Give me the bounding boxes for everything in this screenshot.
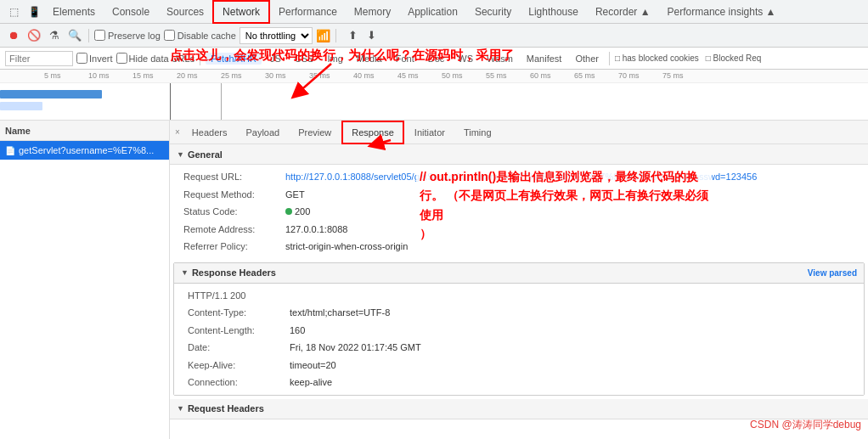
disable-cache-checkbox[interactable] [164, 30, 175, 41]
hide-data-urls-checkbox[interactable] [116, 53, 127, 64]
timeline-marker-2 [221, 83, 222, 121]
record-button[interactable]: ⏺ [5, 27, 22, 44]
filter-font[interactable]: Font [391, 53, 420, 65]
filter-manifest[interactable]: Manifest [521, 53, 567, 65]
tab-lighthouse[interactable]: Lighthouse [520, 0, 587, 24]
sub-tab-headers[interactable]: Headers [183, 121, 236, 144]
ruler-tick: 75 ms [662, 71, 684, 80]
request-method-label: Request Method: [183, 188, 285, 202]
filter-input[interactable] [5, 51, 73, 66]
response-header-name: Date: [188, 341, 290, 355]
response-header-name: Connection: [188, 375, 290, 390]
filter-separator-2 [609, 52, 610, 65]
remote-address-row: Remote Address: 127.0.0.1:8088 [183, 221, 861, 239]
tab-console[interactable]: Console [104, 0, 158, 24]
ruler-tick: 70 ms [618, 71, 640, 80]
tab-memory[interactable]: Memory [346, 0, 399, 24]
filter-icon-button[interactable]: ⚗ [46, 27, 63, 44]
response-header-row: Date:Fri, 18 Nov 2022 01:17:45 GMT [188, 339, 857, 357]
detail-content: ▼ General Request URL: http://127.0.0.1:… [170, 144, 868, 439]
response-header-row: HTTP/1.1 200 [188, 287, 857, 305]
referrer-policy-row: Referrer Policy: strict-origin-when-cros… [183, 238, 861, 256]
tab-sources[interactable]: Sources [158, 0, 212, 24]
tab-application[interactable]: Application [399, 0, 466, 24]
general-section-header[interactable]: ▼ General [170, 144, 868, 165]
search-button[interactable]: 🔍 [66, 27, 83, 44]
request-url-value: http://127.0.0.1:8088/servlet05/getServl… [285, 170, 757, 184]
disable-cache-label[interactable]: Disable cache [164, 30, 236, 41]
view-parsed-link[interactable]: View parsed [808, 268, 857, 278]
filter-doc[interactable]: Doc [423, 53, 450, 65]
ruler-tick: 25 ms [221, 71, 242, 80]
download-button[interactable]: ⬇ [364, 27, 380, 44]
ruler-tick: 20 ms [177, 71, 198, 80]
referrer-policy-value: strict-origin-when-cross-origin [285, 239, 408, 254]
tab-perf-insights[interactable]: Performance insights ▲ [659, 0, 785, 24]
tab-network[interactable]: Network [212, 0, 270, 24]
filter-fetch-xhr[interactable]: Fetch/XHR [206, 53, 262, 65]
clear-button[interactable]: 🚫 [25, 27, 42, 44]
filter-js[interactable]: JS [265, 53, 286, 65]
main-panel: Name 📄 getServlet?username=%E7%8... × He… [0, 121, 868, 439]
request-headers-header[interactable]: ▼ Request Headers [170, 399, 868, 419]
blocked-req-label: □ Blocked Req [706, 53, 762, 63]
general-section: ▼ General Request URL: http://127.0.0.1:… [170, 144, 868, 259]
sub-tab-response[interactable]: Response [341, 121, 404, 144]
response-header-value: 160 [290, 324, 305, 338]
sub-tab-timing[interactable]: Timing [455, 121, 500, 144]
timeline-secondary-bar [0, 102, 42, 110]
request-method-row: Request Method: GET [183, 186, 861, 204]
rh-triangle-icon: ▼ [181, 268, 189, 277]
timeline-area: 5 ms10 ms15 ms20 ms25 ms30 ms35 ms40 ms4… [0, 70, 868, 121]
invert-checkbox[interactable] [76, 53, 87, 64]
ruler-tick: 15 ms [132, 71, 154, 80]
filter-img[interactable]: Img [322, 53, 347, 65]
preserve-log-label[interactable]: Preserve log [94, 30, 161, 41]
separator-2 [335, 29, 336, 42]
filter-bar: Invert Hide data URLs Fetch/XHR JS CSS I… [0, 48, 868, 70]
sub-tab-close[interactable]: × [173, 127, 182, 137]
response-headers-header[interactable]: ▼ Response Headers View parsed [174, 263, 864, 284]
ruler-tick: 50 ms [442, 71, 463, 80]
response-headers-section: ▼ Response Headers View parsed HTTP/1.1 … [173, 262, 865, 396]
ruler-tick: 55 ms [486, 71, 507, 80]
tab-recorder[interactable]: Recorder ▲ [587, 0, 659, 24]
request-icon: 📄 [5, 146, 15, 155]
response-header-row: Content-Type:text/html;charset=UTF-8 [188, 304, 857, 322]
status-code-label: Status Code: [183, 205, 285, 219]
sub-tab-initiator[interactable]: Initiator [406, 121, 454, 144]
response-header-name: Content-Length: [188, 324, 290, 338]
sub-tab-payload[interactable]: Payload [237, 121, 288, 144]
remote-address-value: 127.0.0.1:8088 [285, 222, 347, 237]
preserve-log-checkbox[interactable] [94, 30, 105, 41]
filter-ws[interactable]: WS [453, 53, 478, 65]
tab-elements[interactable]: Elements [44, 0, 104, 24]
filter-wasm[interactable]: Wasm [482, 53, 518, 65]
request-name: getServlet?username=%E7%8... [19, 145, 154, 155]
sub-tabs: × Headers Payload Preview Response Initi… [170, 121, 868, 144]
tab-security[interactable]: Security [466, 0, 520, 24]
request-headers-title: Request Headers [188, 403, 264, 414]
request-url-row: Request URL: http://127.0.0.1:8088/servl… [183, 168, 861, 186]
inspect-icon[interactable]: ⬚ [3, 2, 24, 22]
hide-data-urls-label[interactable]: Hide data URLs [116, 53, 195, 64]
ruler-tick: 5 ms [44, 71, 61, 80]
tab-performance[interactable]: Performance [270, 0, 346, 24]
request-list-item[interactable]: 📄 getServlet?username=%E7%8... [0, 141, 169, 160]
filter-css[interactable]: CSS [290, 53, 319, 65]
filter-separator [200, 52, 200, 65]
general-title: General [188, 149, 223, 160]
device-icon[interactable]: 📱 [24, 2, 44, 22]
response-header-name: HTTP/1.1 200 [188, 289, 290, 303]
invert-label[interactable]: Invert [76, 53, 113, 64]
filter-other[interactable]: Other [570, 53, 604, 65]
sub-tab-preview[interactable]: Preview [290, 121, 340, 144]
remote-address-label: Remote Address: [183, 222, 285, 237]
detail-pane: × Headers Payload Preview Response Initi… [170, 121, 868, 439]
response-headers-body: HTTP/1.1 200Content-Type:text/html;chars… [174, 284, 864, 395]
status-code-row: Status Code: 200 [183, 203, 861, 221]
ruler-tick: 45 ms [397, 71, 419, 80]
throttle-select[interactable]: No throttling [240, 27, 313, 44]
upload-button[interactable]: ⬆ [345, 27, 362, 44]
filter-media[interactable]: Media [352, 53, 387, 65]
